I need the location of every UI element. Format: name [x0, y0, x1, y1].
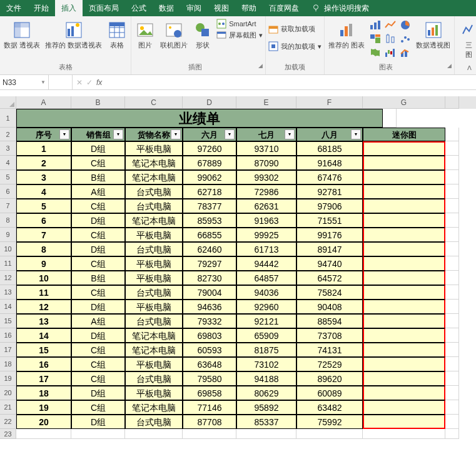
- cell-group[interactable]: A组: [71, 314, 125, 328]
- row-header-19[interactable]: 19: [0, 371, 16, 386]
- hierarchy-chart-icon[interactable]: [368, 33, 382, 45]
- cell-item[interactable]: 平板电脑: [125, 228, 183, 242]
- cell-sparkline[interactable]: [363, 386, 445, 400]
- sparkline-button-partial[interactable]: 三 图: [457, 19, 476, 60]
- cell-item[interactable]: 台式电脑: [125, 184, 183, 199]
- cell-jun[interactable]: 97260: [183, 141, 236, 156]
- cell-jul[interactable]: 92121: [236, 314, 296, 328]
- cell-seq[interactable]: 4: [16, 184, 71, 199]
- cell-group[interactable]: B组: [71, 170, 125, 184]
- empty-cell[interactable]: [236, 429, 296, 439]
- cell-jun[interactable]: 67889: [183, 156, 236, 170]
- cell-jul[interactable]: 99925: [236, 228, 296, 242]
- cell-jul[interactable]: 94188: [236, 371, 296, 386]
- cell-jun[interactable]: 79580: [183, 371, 236, 386]
- shapes-button[interactable]: 形状: [191, 19, 214, 51]
- tell-me-search[interactable]: 操作说明搜索: [305, 0, 375, 16]
- cell-group[interactable]: C组: [71, 285, 125, 300]
- cell-aug[interactable]: 97906: [296, 199, 363, 213]
- cell-aug[interactable]: 89147: [296, 242, 363, 256]
- cell-sparkline[interactable]: [363, 271, 445, 285]
- spreadsheet-grid[interactable]: A B C D E F G 1业绩单2序号▼销售组▼货物名称▼六月▼七月▼八月▼…: [0, 96, 476, 439]
- cancel-icon[interactable]: ✕: [76, 78, 83, 87]
- filter-dropdown-icon[interactable]: ▼: [285, 129, 295, 139]
- line-chart-icon[interactable]: [383, 19, 397, 31]
- cell-aug[interactable]: 88594: [296, 314, 363, 328]
- waterfall-chart-icon[interactable]: [383, 46, 397, 59]
- table-header-6[interactable]: 迷你图: [363, 128, 445, 141]
- name-box-dropdown-icon[interactable]: ▼: [41, 79, 46, 85]
- cell-group[interactable]: C组: [71, 256, 125, 271]
- menu-审阅[interactable]: 审阅: [180, 0, 208, 16]
- cell-sparkline[interactable]: [363, 285, 445, 300]
- row-header-17[interactable]: 17: [0, 343, 16, 357]
- cell-jul[interactable]: 87090: [236, 156, 296, 170]
- cell-jul[interactable]: 73102: [236, 357, 296, 371]
- cell-item[interactable]: 台式电脑: [125, 415, 183, 429]
- cell-aug[interactable]: 75824: [296, 285, 363, 300]
- row-header-6[interactable]: 6: [0, 184, 16, 199]
- cell-jul[interactable]: 93710: [236, 141, 296, 156]
- cell-jun[interactable]: 63648: [183, 357, 236, 371]
- col-header-partial[interactable]: [445, 96, 459, 109]
- cell-jun[interactable]: 85953: [183, 213, 236, 228]
- row-header-11[interactable]: 11: [0, 256, 16, 271]
- cell-jul[interactable]: 94442: [236, 256, 296, 271]
- cell-group[interactable]: B组: [71, 271, 125, 285]
- map-chart-icon[interactable]: [368, 46, 382, 59]
- cell-aug[interactable]: 64572: [296, 271, 363, 285]
- table-header-2[interactable]: 货物名称▼: [125, 128, 183, 141]
- cell-jul[interactable]: 62631: [236, 199, 296, 213]
- empty-cell[interactable]: [296, 429, 363, 439]
- cell-sparkline[interactable]: [363, 199, 445, 213]
- row-header-8[interactable]: 8: [0, 213, 16, 228]
- filter-dropdown-icon[interactable]: ▼: [59, 129, 69, 139]
- cell-seq[interactable]: 6: [16, 213, 71, 228]
- cell-aug[interactable]: 90408: [296, 300, 363, 314]
- filter-dropdown-icon[interactable]: ▼: [171, 129, 181, 139]
- filter-dropdown-icon[interactable]: ▼: [225, 129, 235, 139]
- cell-item[interactable]: 平板电脑: [125, 271, 183, 285]
- cell-aug[interactable]: 63482: [296, 400, 363, 415]
- cell-item[interactable]: 台式电脑: [125, 199, 183, 213]
- cell-group[interactable]: A组: [71, 184, 125, 199]
- cell-group[interactable]: D组: [71, 141, 125, 156]
- col-header-E[interactable]: E: [236, 96, 296, 109]
- formula-input[interactable]: [106, 75, 476, 89]
- row-header-7[interactable]: 7: [0, 199, 16, 213]
- cell-sparkline[interactable]: [363, 228, 445, 242]
- cell-seq[interactable]: 14: [16, 328, 71, 343]
- cell-sparkline[interactable]: [363, 141, 445, 156]
- cell-item[interactable]: 笔记本电脑: [125, 170, 183, 184]
- cell-jun[interactable]: 79332: [183, 314, 236, 328]
- cell-sparkline[interactable]: [363, 300, 445, 314]
- cell-sparkline[interactable]: [363, 415, 445, 429]
- row-header-9[interactable]: 9: [0, 228, 16, 242]
- cell-group[interactable]: D组: [71, 328, 125, 343]
- cell-item[interactable]: 台式电脑: [125, 314, 183, 328]
- scatter-chart-icon[interactable]: [398, 33, 412, 45]
- cell-seq[interactable]: 11: [16, 285, 71, 300]
- row-header-13[interactable]: 13: [0, 285, 16, 300]
- picture-button[interactable]: 图片: [134, 19, 156, 51]
- stat-chart-icon[interactable]: [383, 33, 397, 45]
- empty-cell[interactable]: [125, 429, 183, 439]
- row-header-2[interactable]: 2: [0, 128, 16, 141]
- cell-group[interactable]: C组: [71, 156, 125, 170]
- cell-item[interactable]: 笔记本电脑: [125, 328, 183, 343]
- row-header-15[interactable]: 15: [0, 314, 16, 328]
- cell-sparkline[interactable]: [363, 256, 445, 271]
- cell-seq[interactable]: 13: [16, 314, 71, 328]
- name-box[interactable]: N33▼: [0, 75, 49, 89]
- menu-公式[interactable]: 公式: [125, 0, 153, 16]
- enter-icon[interactable]: ✓: [86, 78, 93, 87]
- cell-jun[interactable]: 79297: [183, 256, 236, 271]
- cell-jul[interactable]: 85337: [236, 415, 296, 429]
- cell-jun[interactable]: 82730: [183, 271, 236, 285]
- cell-jul[interactable]: 64857: [236, 271, 296, 285]
- cell-jun[interactable]: 62718: [183, 184, 236, 199]
- col-header-C[interactable]: C: [125, 96, 183, 109]
- cell-item[interactable]: 台式电脑: [125, 242, 183, 256]
- row-header-4[interactable]: 4: [0, 156, 16, 170]
- col-header-G[interactable]: G: [363, 96, 445, 109]
